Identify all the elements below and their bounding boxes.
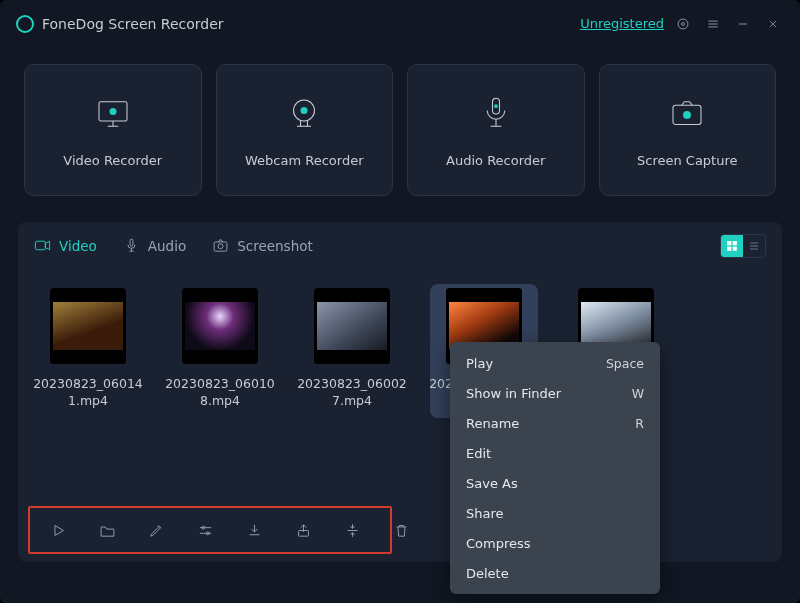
card-label: Webcam Recorder <box>245 153 364 168</box>
unregistered-link[interactable]: Unregistered <box>580 16 664 31</box>
svg-rect-30 <box>733 247 737 251</box>
webcam-recorder-card[interactable]: Webcam Recorder <box>216 64 394 196</box>
svg-rect-27 <box>728 241 732 245</box>
filename: 20230823_060108.mp4 <box>165 376 275 410</box>
app-logo-icon <box>16 15 34 33</box>
svg-rect-22 <box>130 239 133 246</box>
filename: 20230823_060141.mp4 <box>33 376 143 410</box>
menu-item-share[interactable]: Share <box>450 498 660 528</box>
delete-button[interactable] <box>393 521 410 539</box>
close-button[interactable] <box>762 13 784 35</box>
svg-marker-21 <box>45 241 49 250</box>
media-item[interactable]: 20230823_060027.mp4 <box>298 284 406 418</box>
media-grid: 20230823_060141.mp4 20230823_060108.mp4 … <box>18 270 782 418</box>
svg-rect-20 <box>35 241 45 250</box>
thumbnail <box>182 288 258 364</box>
menu-icon[interactable] <box>702 13 724 35</box>
menu-item-delete[interactable]: Delete <box>450 558 660 588</box>
compress-button[interactable] <box>344 521 361 539</box>
svg-point-0 <box>678 19 688 29</box>
monitor-icon <box>92 93 134 135</box>
svg-point-26 <box>218 244 223 249</box>
save-button[interactable] <box>246 521 263 539</box>
tab-screenshot[interactable]: Screenshot <box>212 237 313 254</box>
thumbnail <box>314 288 390 364</box>
svg-point-1 <box>682 22 685 25</box>
svg-point-11 <box>109 107 116 114</box>
open-folder-button[interactable] <box>99 521 116 539</box>
microphone-icon <box>475 93 517 135</box>
svg-marker-34 <box>55 525 64 535</box>
svg-point-13 <box>301 107 308 114</box>
recorder-card-row: Video Recorder Webcam Recorder Audio Rec… <box>0 48 800 214</box>
app-title: FoneDog Screen Recorder <box>42 16 224 32</box>
thumbnail <box>50 288 126 364</box>
app-window: FoneDog Screen Recorder Unregistered Vid… <box>0 0 800 603</box>
context-menu: PlaySpace Show in FinderW RenameR Edit S… <box>450 342 660 594</box>
title-bar: FoneDog Screen Recorder Unregistered <box>0 0 800 48</box>
svg-rect-28 <box>733 241 737 245</box>
list-view-button[interactable] <box>743 235 765 257</box>
svg-point-19 <box>683 110 691 118</box>
camera-icon <box>666 93 708 135</box>
tab-label: Video <box>59 238 97 254</box>
filename: 20230823_060027.mp4 <box>297 376 407 410</box>
menu-item-play[interactable]: PlaySpace <box>450 348 660 378</box>
svg-rect-29 <box>728 247 732 251</box>
media-item[interactable]: 20230823_060141.mp4 <box>34 284 142 418</box>
card-label: Video Recorder <box>63 153 162 168</box>
menu-item-rename[interactable]: RenameR <box>450 408 660 438</box>
menu-item-compress[interactable]: Compress <box>450 528 660 558</box>
media-item[interactable]: 20230823_060108.mp4 <box>166 284 274 418</box>
tab-video[interactable]: Video <box>34 237 97 254</box>
audio-recorder-card[interactable]: Audio Recorder <box>407 64 585 196</box>
card-label: Audio Recorder <box>446 153 545 168</box>
minimize-button[interactable] <box>732 13 754 35</box>
media-library-panel: Video Audio Screenshot 2 <box>18 222 782 562</box>
media-toolbar <box>28 506 392 554</box>
edit-button[interactable] <box>148 521 165 539</box>
media-tabs: Video Audio Screenshot <box>18 222 782 270</box>
card-label: Screen Capture <box>637 153 738 168</box>
svg-point-17 <box>494 104 498 108</box>
settings-button[interactable] <box>197 521 214 539</box>
menu-item-show-in-finder[interactable]: Show in FinderW <box>450 378 660 408</box>
webcam-icon <box>283 93 325 135</box>
grid-view-button[interactable] <box>721 235 743 257</box>
tab-label: Audio <box>148 238 186 254</box>
view-switch <box>720 234 766 258</box>
settings-gear-icon[interactable] <box>672 13 694 35</box>
share-button[interactable] <box>295 521 312 539</box>
screen-capture-card[interactable]: Screen Capture <box>599 64 777 196</box>
play-button[interactable] <box>50 521 67 539</box>
video-recorder-card[interactable]: Video Recorder <box>24 64 202 196</box>
menu-item-edit[interactable]: Edit <box>450 438 660 468</box>
tab-audio[interactable]: Audio <box>123 237 186 254</box>
tab-label: Screenshot <box>237 238 313 254</box>
menu-item-save-as[interactable]: Save As <box>450 468 660 498</box>
